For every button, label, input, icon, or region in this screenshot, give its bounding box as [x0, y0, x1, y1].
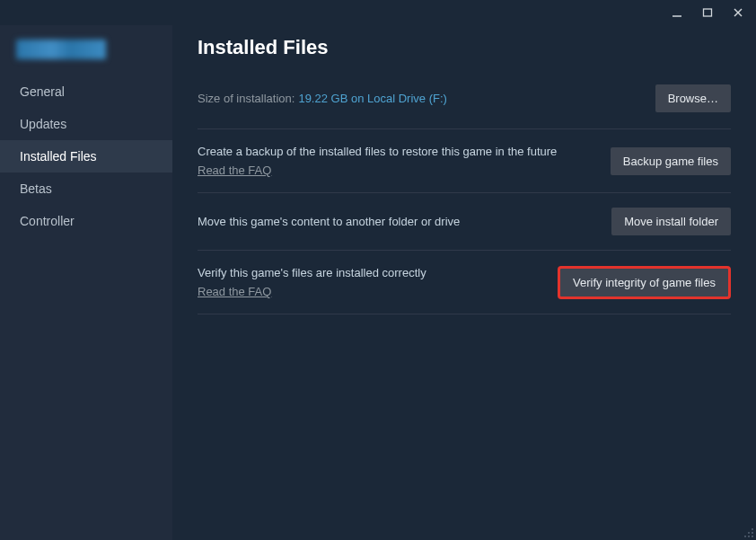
svg-rect-1: [704, 9, 712, 16]
sidebar-item-general[interactable]: General: [0, 75, 172, 108]
game-title-redacted: [16, 40, 106, 59]
backup-description: Create a backup of the installed files t…: [198, 144, 557, 160]
verify-section: Verify this game's files are installed c…: [198, 250, 731, 314]
svg-point-9: [752, 536, 753, 537]
content-pane: Installed Files Size of installation: 19…: [172, 25, 756, 540]
size-value-link[interactable]: 19.22 GB on Local Drive (F:): [298, 92, 446, 105]
window-minimize-button[interactable]: [666, 4, 688, 22]
verify-description: Verify this game's files are installed c…: [198, 265, 426, 281]
size-label: Size of installation:: [198, 92, 294, 105]
move-description: Move this game's content to another fold…: [198, 214, 460, 230]
sidebar-item-installed-files[interactable]: Installed Files: [0, 140, 172, 173]
svg-point-5: [748, 532, 750, 534]
window-titlebar: [0, 0, 756, 25]
browse-button[interactable]: Browse…: [655, 84, 731, 112]
sidebar-item-updates[interactable]: Updates: [0, 108, 172, 140]
sidebar-item-betas[interactable]: Betas: [0, 173, 172, 205]
page-title: Installed Files: [198, 36, 731, 59]
svg-point-6: [752, 532, 753, 534]
window-close-button[interactable]: [727, 4, 749, 22]
sidebar: General Updates Installed Files Betas Co…: [0, 25, 172, 540]
svg-point-7: [744, 536, 746, 537]
installation-size-row: Size of installation: 19.22 GB on Local …: [198, 84, 731, 112]
verify-faq-link[interactable]: Read the FAQ: [198, 285, 271, 298]
move-section: Move this game's content to another fold…: [198, 192, 731, 250]
resize-grip-icon[interactable]: [742, 526, 754, 538]
backup-game-files-button[interactable]: Backup game files: [611, 147, 731, 175]
sidebar-item-controller[interactable]: Controller: [0, 205, 172, 237]
backup-faq-link[interactable]: Read the FAQ: [198, 164, 271, 177]
svg-point-8: [748, 536, 750, 537]
move-install-folder-button[interactable]: Move install folder: [611, 208, 731, 235]
svg-point-4: [752, 528, 753, 530]
backup-section: Create a backup of the installed files t…: [198, 128, 731, 192]
window-maximize-button[interactable]: [697, 4, 718, 22]
verify-integrity-button[interactable]: Verify integrity of game files: [558, 266, 731, 299]
